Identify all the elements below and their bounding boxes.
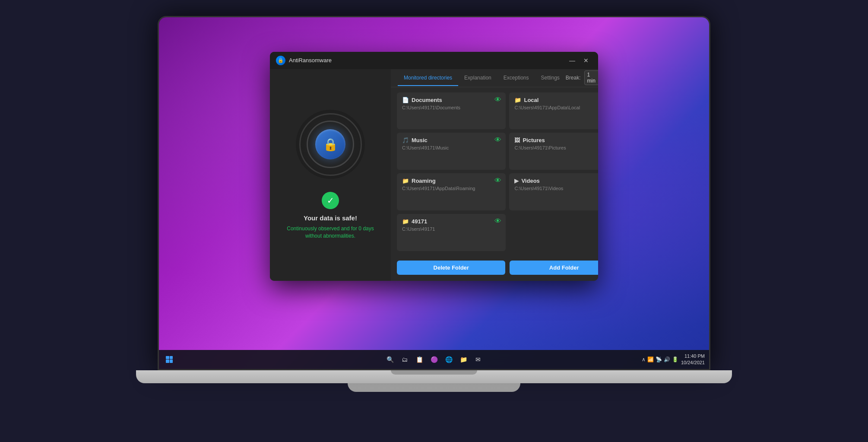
eye-icon-music[interactable]: 👁 <box>494 136 501 144</box>
dir-name-videos: ▶ Videos <box>514 178 598 184</box>
dir-path-local: C:\Users\49171\AppData\Local <box>514 105 598 110</box>
dir-path-roaming: C:\Users\49171\AppData\Roaming <box>402 186 501 191</box>
clock-time: 11:40 PM <box>681 353 705 359</box>
screen-content: 🔒 AntiRansomware — ✕ <box>159 17 709 369</box>
tab-exceptions[interactable]: Exceptions <box>497 70 535 86</box>
dir-path-49171: C:\Users\49171 <box>402 226 501 232</box>
dir-path-videos: C:\Users\49171\Videos <box>514 186 598 191</box>
tab-explanation[interactable]: Explanation <box>458 70 497 86</box>
eye-icon-roaming[interactable]: 👁 <box>494 177 501 184</box>
app-window: 🔒 AntiRansomware — ✕ <box>270 52 598 281</box>
break-control: Break: 1 min ▾ ⏸ <box>566 70 598 85</box>
delete-folder-button[interactable]: Delete Folder <box>397 261 505 275</box>
app-shield-icon: 🔒 <box>276 56 285 65</box>
file-explorer-taskbar-icon[interactable]: 🗂 <box>399 353 411 366</box>
tabs-left: Monitored directories Explanation Except… <box>398 70 566 86</box>
status-check-icon: ✓ <box>322 192 339 209</box>
title-bar: 🔒 AntiRansomware — ✕ <box>270 52 598 69</box>
dir-card-roaming: 👁 📁 Roaming C:\Users\49171\AppData\Roami… <box>397 173 506 210</box>
taskbar-right: ∧ 📶 📡 🔊 🔋 11:40 PM 10/24/2021 <box>642 353 705 366</box>
minimize-button[interactable]: — <box>566 56 578 65</box>
eye-icon-49171[interactable]: 👁 <box>494 217 501 225</box>
app-title: AntiRansomware <box>289 57 332 64</box>
dir-card-49171: 👁 📁 49171 C:\Users\49171 <box>397 214 506 251</box>
left-panel: 🔒 ✓ Your data is safe! Continuously obse… <box>270 69 391 281</box>
folder-icon-roaming: 📁 <box>402 178 409 184</box>
break-dropdown[interactable]: 1 min ▾ <box>584 70 598 85</box>
dir-name-pictures: 🖼 Pictures <box>514 137 598 143</box>
wifi-icon: 📡 <box>656 356 662 363</box>
dir-name-music: 🎵 Music <box>402 137 501 143</box>
laptop-notch <box>391 370 477 375</box>
folder-taskbar-icon[interactable]: 📁 <box>457 353 469 366</box>
shield-center: 🔒 <box>315 129 345 159</box>
laptop-container: 🔒 AntiRansomware — ✕ <box>132 16 736 426</box>
search-taskbar-icon[interactable]: 🔍 <box>384 353 396 366</box>
title-bar-left: 🔒 AntiRansomware <box>276 56 332 65</box>
laptop-stand <box>348 383 520 392</box>
chevron-up-icon[interactable]: ∧ <box>642 356 646 363</box>
dir-name-documents: 📄 Documents <box>402 97 501 103</box>
system-tray-icons: ∧ 📶 📡 🔊 🔋 <box>642 356 678 363</box>
dir-path-documents: C:\Users\49171\Documents <box>402 105 501 110</box>
dir-card-videos: 👁 ▶ Videos C:\Users\49171\Videos <box>509 173 598 210</box>
dir-name-local: 📁 Local <box>514 97 598 103</box>
app-body: 🔒 ✓ Your data is safe! Continuously obse… <box>270 69 598 281</box>
clock-date: 10/24/2021 <box>681 359 705 366</box>
dir-name-49171: 📁 49171 <box>402 218 501 225</box>
dir-path-music: C:\Users\49171\Music <box>402 145 501 150</box>
close-button[interactable]: ✕ <box>580 56 592 65</box>
folder-icon-local: 📁 <box>514 97 521 103</box>
network-icon: 📶 <box>647 356 654 363</box>
tab-monitored-directories[interactable]: Monitored directories <box>398 70 458 86</box>
add-folder-button[interactable]: Add Folder <box>510 261 598 275</box>
taskbar-left <box>163 353 175 366</box>
title-bar-controls: — ✕ <box>566 56 592 65</box>
volume-icon: 🔊 <box>664 356 670 363</box>
mail-taskbar-icon[interactable]: ✉ <box>472 353 484 366</box>
taskbar: 🔍 🗂 📋 🟣 🌐 📁 ✉ ∧ 📶 📡 🔊 🔋 <box>159 350 709 369</box>
dir-path-pictures: C:\Users\49171\Pictures <box>514 145 598 150</box>
status-description: Continuously observed and for 0 days wit… <box>279 225 382 240</box>
videos-icon: ▶ <box>514 178 519 184</box>
folder-icon-49171: 📁 <box>402 218 409 225</box>
eye-icon-documents[interactable]: 👁 <box>494 96 501 104</box>
edge-taskbar-icon[interactable]: 🌐 <box>443 353 455 366</box>
notes-taskbar-icon[interactable]: 📋 <box>413 353 425 366</box>
pictures-icon: 🖼 <box>514 137 520 143</box>
windows-start-button[interactable] <box>163 353 175 366</box>
laptop-base <box>136 370 732 383</box>
directory-grid: 👁 📄 Documents C:\Users\49171\Documents 👁 <box>391 87 598 256</box>
break-label: Break: <box>566 75 581 81</box>
browser2-taskbar-icon[interactable]: 🟣 <box>428 353 440 366</box>
file-icon-documents: 📄 <box>402 97 409 103</box>
dir-card-documents: 👁 📄 Documents C:\Users\49171\Documents <box>397 92 506 130</box>
dir-card-music: 👁 🎵 Music C:\Users\49171\Music <box>397 133 506 170</box>
screen-bezel: 🔒 AntiRansomware — ✕ <box>158 16 710 370</box>
shield-visual: 🔒 <box>296 110 365 179</box>
dir-actions: Delete Folder Add Folder <box>391 256 598 281</box>
music-icon: 🎵 <box>402 137 409 143</box>
dir-card-pictures: 👁 🖼 Pictures C:\Users\49171\Pictures <box>509 133 598 170</box>
shield-lock-icon: 🔒 <box>323 137 338 152</box>
battery-icon: 🔋 <box>672 356 678 363</box>
tabs-bar: Monitored directories Explanation Except… <box>391 69 598 87</box>
taskbar-center: 🔍 🗂 📋 🟣 🌐 📁 ✉ <box>384 353 484 366</box>
taskbar-clock[interactable]: 11:40 PM 10/24/2021 <box>681 353 705 366</box>
right-panel: Monitored directories Explanation Except… <box>391 69 598 281</box>
status-title: Your data is safe! <box>304 214 357 222</box>
dir-card-local: 👁 📁 Local C:\Users\49171\AppData\Local <box>509 92 598 130</box>
tab-settings[interactable]: Settings <box>535 70 565 86</box>
dir-name-roaming: 📁 Roaming <box>402 178 501 184</box>
windows-logo-icon <box>166 356 173 363</box>
break-value: 1 min <box>587 72 597 84</box>
